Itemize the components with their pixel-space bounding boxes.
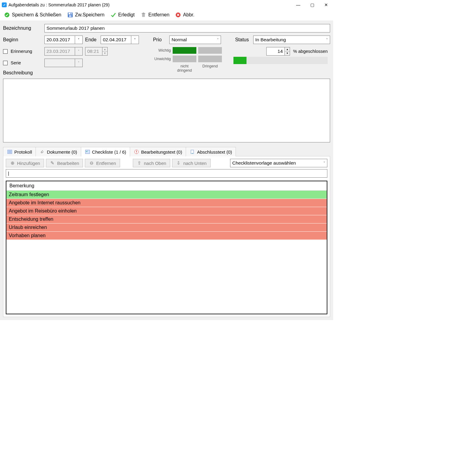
beginn-date-picker[interactable]: ˅ [44,36,83,44]
checklist-row[interactable]: Angebote im Internet raussuchen [6,199,327,207]
move-up-button[interactable]: ⇧ nach Oben [133,159,170,167]
chevron-down-icon: ˅ [75,59,83,67]
matrix-cell-unimportant-urgent[interactable] [198,56,222,62]
prio-value: Normal [171,37,187,43]
svg-rect-5 [142,14,145,17]
matrix-cell-important-urgent[interactable] [198,47,222,54]
serie-label: Serie [11,60,21,65]
edit-button[interactable]: ✎ Bearbeiten [46,159,83,167]
edit-icon: ✎ [50,160,55,166]
tab-bearbeitungstext[interactable]: Bearbeitungstext (0) [130,147,186,156]
floppy-icon [67,12,73,18]
remove-label: Entfernen [148,12,169,18]
tab-label: Protokoll [14,149,32,155]
tab-protokoll[interactable]: Protokoll [3,147,36,156]
bezeichnung-label: Bezeichnung [3,26,42,31]
spinner-buttons[interactable]: ▲▼ [285,47,290,56]
template-select[interactable]: Checklistenvorlage auswählen ˅ [230,159,327,167]
beschreibung-label: Beschreibung [3,70,149,76]
tab-checkliste[interactable]: Checkliste (1 / 6) [81,147,130,156]
matrix-col-label: Dringend [198,64,222,73]
document-arrow-icon [190,149,195,155]
checklist-toolbar: ⊕ Hinzufügen ✎ Bearbeiten ⊖ Entfernen ⇧ … [6,159,327,167]
close-button[interactable]: ✕ [319,0,333,10]
erinnerung-checkbox[interactable]: Erinnerung [3,49,42,54]
move-down-label: nach Unten [183,161,207,166]
move-up-label: nach Oben [144,161,166,166]
tab-abschlusstext[interactable]: Abschlusstext (0) [186,147,236,156]
ende-date-input[interactable] [101,36,131,44]
checklist-row[interactable]: Urlaub einreichen [6,223,327,232]
titlebar: Aufgabendetails zu : Sommerurlaub 2017 p… [0,0,333,10]
status-value: In Bearbeitung [255,37,286,43]
trash-icon [141,12,146,18]
serie-checkbox[interactable]: Serie [3,60,42,65]
serie-input [44,59,75,67]
erinnerung-date-picker: ˅ [44,47,83,56]
checklist-column-header[interactable]: Bemerkung [6,181,327,191]
chevron-down-icon: ˅ [75,47,83,56]
progress-fill [233,57,247,64]
done-label: Erledigt [118,12,135,18]
beginn-date-input[interactable] [44,36,75,44]
cancel-label: Abbr. [183,12,194,18]
checklist-row[interactable]: Angebot im Reisebüro einholen [6,207,327,215]
svg-rect-3 [69,15,71,17]
erinnerung-time-spinner: ▲▼ [85,47,108,56]
checklist-row[interactable]: Entscheidung treffen [6,215,327,223]
minus-icon: ⊖ [89,160,94,166]
plus-icon: ⊕ [10,160,15,166]
save-close-button[interactable]: Speichern & Schließen [4,12,61,18]
erinnerung-label: Erinnerung [11,49,32,54]
paperclip-icon [40,149,45,155]
task-details-window: Aufgabendetails zu : Sommerurlaub 2017 p… [0,0,333,320]
maximize-button[interactable]: ▢ [305,0,319,10]
remove-item-button[interactable]: ⊖ Entfernen [85,159,120,167]
edit-label: Bearbeiten [57,161,79,166]
remove-button[interactable]: Entfernen [141,12,169,18]
matrix-cell-unimportant-not-urgent[interactable] [173,56,196,62]
save-close-label: Speichern & Schließen [12,12,61,18]
beschreibung-textarea[interactable] [3,79,330,142]
chevron-down-icon[interactable]: ˅ [131,36,139,44]
tabstrip: Protokoll Dokumente (0) Checkliste (1 / … [3,147,330,156]
checklist-row[interactable]: Zeitraum festlegen [6,191,327,199]
prio-label: Prio [153,37,165,43]
progress-bar [233,57,328,64]
tab-label: Bearbeitungstext (0) [141,149,182,155]
serie-select: ˅ [44,59,83,67]
checklist-row[interactable]: Vorhaben planen [6,232,327,240]
chevron-down-icon[interactable]: ˅ [75,36,83,44]
move-down-button[interactable]: ⇩ nach Unten [172,159,211,167]
matrix-cell-important-not-urgent[interactable] [173,47,196,54]
tab-dokumente[interactable]: Dokumente (0) [36,147,81,156]
checkbox-icon [3,49,8,54]
percent-spinner[interactable]: ▲▼ [266,47,290,56]
matrix-row-label: Unwichtig [151,57,171,61]
ende-date-picker[interactable]: ˅ [101,36,139,44]
add-button[interactable]: ⊕ Hinzufügen [6,159,44,167]
matrix-col-labels: nicht dringend Dringend [173,64,222,73]
minimize-button[interactable]: — [291,0,305,10]
app-icon [2,2,7,7]
add-label: Hinzufügen [17,161,40,166]
done-button[interactable]: Erledigt [111,12,135,18]
check-circle-icon [4,12,10,18]
cancel-icon [175,12,181,18]
arrow-up-icon: ⇧ [137,160,142,166]
checkbox-icon [3,61,8,65]
erinnerung-time-input [85,47,102,56]
save-button[interactable]: Zw.Speichern [67,12,105,18]
form-area: Bezeichnung Beginn ˅ Ende ˅ Prio Normal … [0,21,333,320]
chevron-down-icon: ˅ [323,161,325,165]
chevron-down-icon: ˅ [326,38,328,42]
cancel-button[interactable]: Abbr. [175,12,194,18]
status-label: Status [235,37,249,43]
percent-input[interactable] [266,47,285,56]
prio-select[interactable]: Normal ˅ [169,36,221,44]
svg-rect-13 [85,150,90,154]
bezeichnung-input[interactable] [44,24,330,32]
status-select[interactable]: In Bearbeitung ˅ [253,36,330,44]
checklist-filter-input[interactable] [6,169,327,178]
svg-rect-4 [71,13,71,15]
